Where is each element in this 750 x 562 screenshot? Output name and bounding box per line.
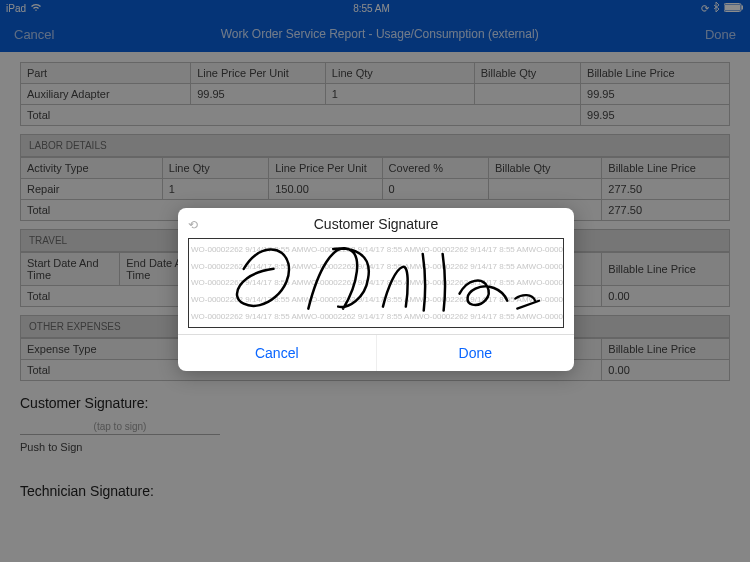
modal-done-button[interactable]: Done xyxy=(376,335,575,371)
refresh-icon[interactable]: ⟲ xyxy=(188,218,198,232)
modal-actions: Cancel Done xyxy=(178,334,574,371)
modal-title: ⟲ Customer Signature xyxy=(178,208,574,238)
modal-cancel-button[interactable]: Cancel xyxy=(178,335,376,371)
signature-canvas[interactable]: WO-00002262 9/14/17 8:55 AMWO-00002262 9… xyxy=(188,238,564,328)
signature-modal: ⟲ Customer Signature WO-00002262 9/14/17… xyxy=(178,208,574,371)
signature-stroke xyxy=(189,239,563,328)
